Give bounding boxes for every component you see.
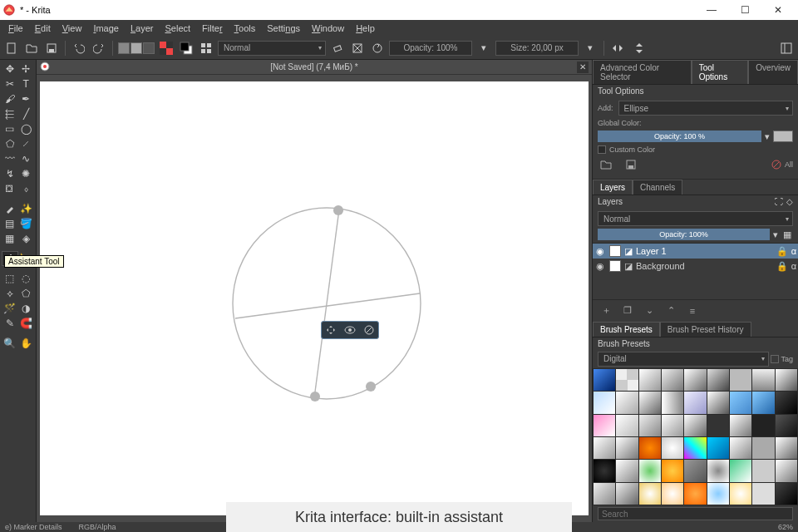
grid-icon[interactable] <box>198 40 214 57</box>
move-tool[interactable]: ✢ <box>18 62 35 76</box>
brush-preset[interactable] <box>616 437 638 459</box>
maximize-button[interactable]: ☐ <box>728 0 761 20</box>
reload-brush-icon[interactable] <box>369 40 386 57</box>
alpha-icon[interactable] <box>349 40 366 57</box>
size-down-icon[interactable]: ▾ <box>582 40 598 57</box>
menu-filter[interactable]: Filter <box>197 22 227 35</box>
zoom-tool[interactable]: 🔍 <box>2 336 18 351</box>
menu-layer[interactable]: Layer <box>126 22 159 35</box>
brush-preset[interactable] <box>752 415 774 436</box>
close-button[interactable]: ✕ <box>761 0 795 20</box>
brush-preset[interactable] <box>684 369 706 391</box>
magnetic-select-tool[interactable]: 🧲 <box>18 316 35 331</box>
multibrush-tool[interactable]: ✺ <box>18 166 35 181</box>
canvas[interactable] <box>40 81 589 515</box>
layer-opacity-slider[interactable]: Opacity: 100% <box>598 229 770 240</box>
dynamic-brush-tool[interactable]: ↯ <box>2 166 18 181</box>
brush-preset[interactable] <box>752 460 774 481</box>
menu-image[interactable]: Image <box>88 22 124 35</box>
add-layer-icon[interactable]: ＋ <box>598 303 614 318</box>
brush-preset[interactable] <box>594 392 615 413</box>
layer-props-icon[interactable]: α <box>791 246 796 256</box>
layer-visibility-icon[interactable]: ◉ <box>594 260 606 272</box>
similar-select-tool[interactable]: ◑ <box>18 301 35 316</box>
tab-layers[interactable]: Layers <box>593 180 633 195</box>
layers-filter-icon[interactable]: ⛶ <box>775 197 783 206</box>
brush-preset[interactable] <box>639 369 661 391</box>
brush-preset[interactable] <box>776 392 797 413</box>
layer-blend-combo[interactable]: Normal <box>598 211 793 226</box>
brush-preset[interactable] <box>730 415 751 436</box>
eraser-icon[interactable] <box>329 40 346 57</box>
pattern-icon[interactable] <box>158 40 175 57</box>
custom-color-checkbox[interactable] <box>598 145 606 154</box>
text-tool[interactable]: T <box>18 76 35 91</box>
add-shape-combo[interactable]: Ellipse <box>618 101 793 116</box>
preset-category-combo[interactable]: Digital <box>598 352 769 367</box>
layer-properties-icon[interactable]: ≡ <box>684 303 701 318</box>
brush-preset[interactable] <box>662 460 683 481</box>
edit-shapes-tool[interactable]: ⬱ <box>2 106 18 121</box>
smart-fill-tool[interactable]: ✨ <box>18 201 35 216</box>
brush-preset[interactable] <box>752 392 774 413</box>
new-doc-icon[interactable] <box>3 40 20 57</box>
brush-preset[interactable] <box>776 460 797 481</box>
brush-preset[interactable] <box>752 483 774 505</box>
brush-preset[interactable] <box>662 437 683 459</box>
duplicate-layer-icon[interactable]: ❐ <box>619 303 636 318</box>
rect-select-tool[interactable]: ⬚ <box>2 271 18 286</box>
brush-preset[interactable] <box>730 460 751 481</box>
brush-preset[interactable] <box>707 415 729 436</box>
undo-icon[interactable] <box>71 40 87 57</box>
assistant-visibility-icon[interactable] <box>344 325 356 335</box>
freehand-select-tool[interactable]: ⟡ <box>2 286 18 301</box>
fgbg-icon[interactable] <box>178 40 195 57</box>
tab-channels[interactable]: Channels <box>633 180 682 195</box>
freehand-path-tool[interactable]: ∿ <box>18 151 35 166</box>
brush-preset[interactable] <box>776 483 797 505</box>
tab-brush-presets[interactable]: Brush Presets <box>593 322 660 337</box>
menu-view[interactable]: View <box>57 22 87 35</box>
bezier-select-tool[interactable]: ✎ <box>2 316 18 331</box>
fill-tool[interactable]: 🪣 <box>18 216 35 231</box>
bezier-tool[interactable]: 〰 <box>2 151 18 166</box>
brush-preset[interactable] <box>616 460 638 481</box>
brush-preset[interactable] <box>594 415 615 436</box>
brush-preset[interactable] <box>707 369 729 391</box>
layer-alpha-lock-icon[interactable]: ▦ <box>781 229 793 240</box>
tab-adv-color[interactable]: Advanced Color Selector <box>593 60 692 84</box>
brush-preset[interactable] <box>684 483 706 505</box>
opacity-down-icon[interactable]: ▾ <box>475 40 492 57</box>
brush-preset[interactable] <box>684 437 706 459</box>
menu-select[interactable]: Select <box>160 22 196 35</box>
brush-preset[interactable] <box>616 415 638 436</box>
smart-patch-tool[interactable]: ◈ <box>18 231 35 246</box>
transform-tool[interactable]: ✥ <box>2 62 18 76</box>
brush-preset[interactable] <box>594 460 615 481</box>
brush-preset[interactable] <box>616 392 638 413</box>
brush-preset[interactable] <box>662 483 683 505</box>
brush-preset[interactable] <box>616 369 638 391</box>
layers-close-icon[interactable]: ◇ <box>786 197 793 206</box>
menu-help[interactable]: Help <box>351 22 380 35</box>
save-assistants-icon[interactable] <box>623 157 639 172</box>
layer-props-icon[interactable]: α <box>791 261 796 271</box>
brush-preset[interactable] <box>730 483 751 505</box>
layer-row[interactable]: ◉ ◪ Background 🔒 α <box>593 259 798 273</box>
mirror-v-icon[interactable] <box>631 40 648 57</box>
brush-preset[interactable] <box>594 437 615 459</box>
brush-preset[interactable] <box>776 369 797 391</box>
redo-icon[interactable] <box>91 40 107 57</box>
opacity-slider[interactable]: Opacity: 100% <box>389 41 472 56</box>
menu-window[interactable]: Window <box>307 22 349 35</box>
brush-preset[interactable] <box>730 369 751 391</box>
assistant-opacity-slider[interactable]: Opacity: 100 % <box>598 131 761 142</box>
calligraphy-tool[interactable]: ✒ <box>18 91 35 106</box>
document-tab-close[interactable]: ✕ <box>577 62 589 73</box>
layer-opacity-dropdown-icon[interactable]: ▾ <box>771 229 780 240</box>
assistant-color-swatch[interactable] <box>773 131 793 142</box>
move-layer-up-icon[interactable]: ⌃ <box>663 303 679 318</box>
open-icon[interactable] <box>23 40 40 57</box>
color-picker-tool[interactable] <box>2 201 18 216</box>
brush-preset[interactable] <box>639 483 661 505</box>
